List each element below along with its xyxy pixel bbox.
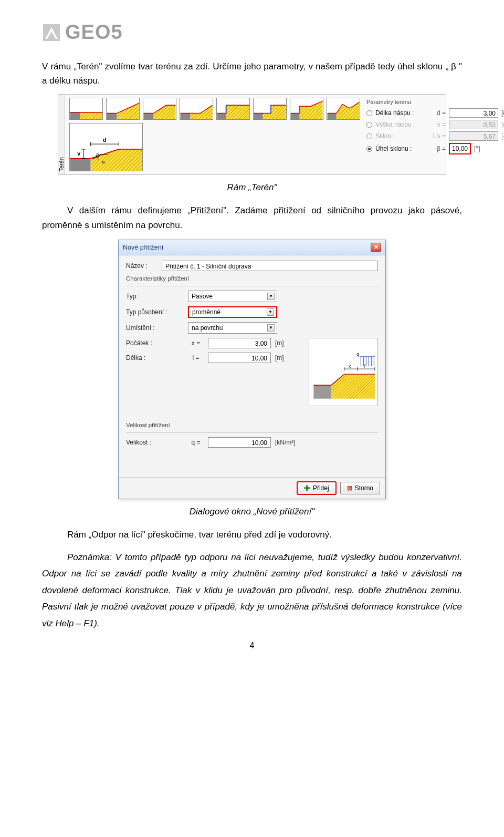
highlight-beta: 10,00: [449, 143, 471, 154]
terrain-shape-option[interactable]: [180, 98, 213, 120]
place-label: Umístění :: [126, 324, 184, 332]
lbl-d: Délka náspu :: [375, 109, 423, 117]
var-d: d =: [426, 109, 446, 117]
lbl-s: Sklon :: [375, 132, 423, 140]
type-label: Typ :: [126, 293, 184, 300]
chevron-down-icon: ▼: [267, 308, 274, 316]
terrain-shape-option[interactable]: [106, 98, 140, 120]
row-start: Počátek : x = 3,00 [m]: [126, 338, 303, 348]
cancel-button[interactable]: ⊠ Storno: [340, 482, 380, 494]
cancel-icon: ⊠: [347, 484, 352, 492]
radio-sklon[interactable]: [366, 133, 372, 139]
page-number: 4: [42, 641, 462, 650]
surcharge-diagram: q x l: [309, 338, 378, 406]
mag-input[interactable]: 10,00: [208, 437, 271, 448]
mag-var: q =: [188, 439, 204, 446]
terrain-shape-option[interactable]: [143, 98, 176, 120]
logo-text: GEO5: [65, 21, 123, 44]
paragraph-3: Rám „Odpor na líci" přeskočíme, tvar ter…: [42, 528, 462, 542]
chevron-down-icon: ▼: [267, 324, 275, 332]
row-vyska-naspu: Výška náspu : v = 0,53 [m]: [366, 120, 504, 129]
caption-2: Dialogové okno „Nové přitížení": [42, 507, 462, 517]
row-placement: Umístění : na povrchu ▼: [126, 322, 378, 334]
place-value: na povrchu: [192, 324, 223, 332]
input-uhel-sklonu[interactable]: 10,00: [450, 145, 470, 152]
cancel-label: Storno: [355, 484, 373, 492]
row-length: Délka : l = 10,00 [m]: [126, 353, 303, 363]
plus-icon: ✚: [304, 484, 310, 492]
var-b: β =: [426, 145, 446, 152]
unit-v: [m]: [501, 121, 504, 128]
add-button[interactable]: ✚ Přidej: [297, 482, 336, 494]
lbl-v: Výška náspu :: [375, 121, 423, 128]
add-label: Přidej: [313, 484, 329, 492]
section-magnitude: Velikost přitížení: [126, 422, 378, 428]
note-paragraph: Poznámka: V tomto případě typ odporu na …: [42, 549, 462, 632]
paragraph-1: V rámu „Terén" zvolíme tvar terénu za zd…: [42, 59, 462, 88]
dialog-footer: ✚ Přidej ⊠ Storno: [119, 477, 385, 499]
row-delka-naspu: Délka náspu : d = 3,00 [m]: [366, 108, 504, 118]
terrain-shape-option[interactable]: [327, 98, 360, 120]
dialog-title-text: Nové přitížení: [123, 244, 163, 251]
p1a: V rámu „Terén" zvolíme tvar terénu za zd…: [42, 61, 445, 71]
terrain-shape-option[interactable]: [69, 98, 103, 120]
side-label: Terén: [58, 154, 65, 175]
svg-text:β: β: [95, 152, 99, 158]
var-s: 1:s =: [426, 132, 446, 140]
svg-text:v: v: [77, 150, 80, 157]
terrain-shape-option[interactable]: [290, 98, 323, 120]
svg-text:l: l: [364, 363, 365, 368]
row-magnitude: Velikost : q = 10,00 [kN/m²]: [126, 437, 378, 448]
paragraph-2: V dalším rámu definujeme „Přitížení". Za…: [42, 203, 462, 232]
dialog-titlebar[interactable]: Nové přitížení ✕: [119, 240, 385, 255]
input-vyska-naspu: 0,53: [449, 120, 498, 129]
svg-text:q: q: [356, 352, 359, 357]
mag-unit: [kN/m²]: [275, 439, 303, 446]
terrain-shape-option[interactable]: [253, 98, 287, 120]
start-label: Počátek :: [126, 339, 184, 347]
action-label: Typ působení :: [126, 308, 184, 316]
row-action-type: Typ působení : proměnné ▼: [126, 306, 378, 318]
row-sklon: Sklon : 1:s = 5,67 [–]: [366, 131, 504, 141]
name-input[interactable]: Přitížení č. 1 - Silníční doprava: [162, 261, 378, 271]
len-unit: [m]: [275, 354, 303, 361]
terrain-params-group: Parametry terénu Délka náspu : d = 3,00 …: [364, 95, 504, 174]
type-combo[interactable]: Pásové ▼: [188, 291, 277, 302]
terrain-shape-picker: d v β s: [65, 95, 364, 174]
len-label: Délka :: [126, 354, 184, 361]
row-type: Typ : Pásové ▼: [126, 291, 378, 302]
radio-vyska[interactable]: [366, 122, 372, 128]
panel-side-tab[interactable]: Terén: [58, 95, 65, 174]
radio-uhel[interactable]: [366, 146, 372, 152]
lbl-b: Úhel sklonu :: [375, 145, 423, 152]
type-value: Pásové: [192, 293, 213, 300]
len-input[interactable]: 10,00: [208, 353, 271, 363]
app-header: GEO5: [42, 21, 462, 44]
start-unit: [m]: [275, 339, 303, 347]
new-surcharge-dialog: Nové přitížení ✕ Název : Přitížení č. 1 …: [118, 240, 386, 499]
row-name: Název : Přitížení č. 1 - Silníční doprav…: [126, 261, 378, 271]
name-label: Název :: [126, 262, 158, 270]
group-label: Parametry terénu: [366, 99, 504, 105]
action-combo[interactable]: proměnné ▼: [188, 306, 277, 318]
chevron-down-icon: ▼: [267, 293, 275, 300]
row-uhel-sklonu: Úhel sklonu : β = 10,00 [°]: [366, 143, 504, 154]
caption-1: Rám „Terén": [42, 182, 462, 193]
len-var: l =: [188, 354, 204, 361]
mag-label: Velikost :: [126, 439, 184, 446]
input-delka-naspu[interactable]: 3,00: [449, 108, 498, 118]
close-icon[interactable]: ✕: [371, 243, 381, 252]
note-text: Poznámka: V tomto případě typ odporu na …: [42, 549, 462, 632]
unit-b: [°]: [474, 145, 488, 152]
unit-d: [m]: [501, 109, 504, 117]
svg-text:d: d: [103, 137, 107, 143]
radio-delka[interactable]: [366, 110, 372, 116]
placement-combo[interactable]: na povrchu ▼: [188, 322, 277, 334]
terrain-shape-option[interactable]: [216, 98, 250, 120]
start-var: x =: [188, 339, 204, 347]
action-value: proměnné: [192, 308, 220, 316]
svg-text:s: s: [102, 159, 105, 165]
terrain-panel: Terén: [58, 94, 446, 175]
start-input[interactable]: 3,00: [208, 338, 271, 348]
section-characteristics: Charakteristiky přitížení: [126, 275, 378, 282]
